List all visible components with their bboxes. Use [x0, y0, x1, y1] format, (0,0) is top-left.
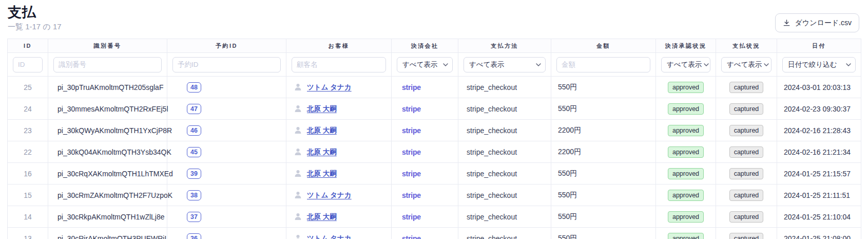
- cell-payment-method: stripe_checkout: [458, 98, 551, 120]
- cell-reservation-id: 45: [167, 141, 286, 163]
- identifier-filter-input[interactable]: [53, 57, 162, 72]
- customer-link[interactable]: 北原 大嗣: [307, 126, 337, 135]
- table-row[interactable]: 25 pi_30pTruAKmoltmQTH205sglaF 48 ツトム タナ…: [8, 77, 861, 98]
- cell-customer: ツトム タナカ: [286, 77, 392, 98]
- table-row[interactable]: 14 pi_30cRkpAKmoltmQTH1wZlLj8e 37 北原 大嗣 …: [8, 206, 861, 228]
- captured-badge: captured: [729, 233, 764, 239]
- column-header-reservation-id[interactable]: 予約ID: [167, 39, 286, 53]
- payment-method-filter-select[interactable]: すべて表示: [464, 57, 546, 72]
- customer-link[interactable]: 北原 大嗣: [307, 148, 337, 157]
- column-header-amount[interactable]: 金額: [551, 39, 656, 53]
- cell-payment-status: captured: [716, 185, 777, 206]
- cell-approval-status: approved: [656, 206, 716, 228]
- approved-badge: approved: [668, 146, 704, 158]
- person-icon: [294, 169, 302, 178]
- chevron-down-icon: [443, 63, 448, 66]
- date-filter-value: 日付で絞り込む: [788, 60, 837, 69]
- captured-badge: captured: [729, 103, 764, 115]
- approval-status-filter-select[interactable]: すべて表示: [661, 57, 710, 72]
- date-filter-select[interactable]: 日付で絞り込む: [782, 57, 856, 72]
- amount-filter-input[interactable]: [556, 57, 650, 72]
- reservation-id-badge[interactable]: 37: [187, 212, 201, 222]
- cell-reservation-id: 48: [167, 77, 286, 98]
- customer-link[interactable]: 北原 大嗣: [307, 212, 337, 222]
- column-header-identifier[interactable]: 識別番号: [48, 39, 167, 53]
- cell-identifier: pi_30cRirAKmoltmQTH3PUEWRiL: [48, 228, 167, 239]
- customer-link[interactable]: 北原 大嗣: [307, 104, 337, 114]
- reservation-id-badge[interactable]: 48: [187, 82, 201, 93]
- stripe-logo-text: stripe: [402, 213, 421, 221]
- table-row[interactable]: 16 pi_30cRqXAKmoltmQTH1LhTMXEd 39 北原 大嗣 …: [8, 163, 861, 185]
- cell-amount: 550円: [551, 206, 656, 228]
- cell-customer: 北原 大嗣: [286, 120, 392, 141]
- cell-approval-status: approved: [656, 163, 716, 185]
- approval-status-filter-value: すべて表示: [667, 60, 702, 69]
- cell-customer: 北原 大嗣: [286, 206, 392, 228]
- table-row[interactable]: 13 pi_30cRirAKmoltmQTH3PUEWRiL 36 ツトム タナ…: [8, 228, 861, 239]
- id-filter-input[interactable]: [13, 57, 43, 72]
- column-header-customer[interactable]: お客様: [286, 39, 392, 53]
- column-header-payment-status[interactable]: 支払状況: [716, 39, 777, 53]
- reservation-id-badge[interactable]: 36: [187, 233, 201, 239]
- page-header: 支払 一覧 1-17 の 17 ダウンロード.csv: [0, 0, 868, 32]
- reservation-id-badge[interactable]: 39: [187, 169, 201, 179]
- cell-id: 22: [8, 141, 48, 163]
- cell-date: 2024-01-25 21:11:51: [777, 185, 861, 206]
- customer-filter-input[interactable]: [292, 57, 386, 72]
- column-header-payment-method[interactable]: 支払方法: [458, 39, 551, 53]
- cell-reservation-id: 39: [167, 163, 286, 185]
- payment-status-filter-value: すべて表示: [727, 60, 762, 69]
- table-row[interactable]: 15 pi_30cRmZAKmoltmQTH2F7UzpoK 38 ツトム タナ…: [8, 185, 861, 206]
- pagination-summary: 一覧 1-17 の 17: [8, 22, 860, 32]
- cell-id: 25: [8, 77, 48, 98]
- approved-badge: approved: [668, 233, 704, 239]
- reservation-id-badge[interactable]: 47: [187, 104, 201, 114]
- customer-link[interactable]: ツトム タナカ: [307, 234, 352, 239]
- person-icon: [294, 83, 302, 91]
- download-csv-button[interactable]: ダウンロード.csv: [775, 13, 859, 32]
- reservation-id-badge[interactable]: 46: [187, 125, 201, 136]
- cell-payment-method: stripe_checkout: [458, 228, 551, 239]
- cell-reservation-id: 36: [167, 228, 286, 239]
- table-row[interactable]: 24 pi_30mmesAKmoltmQTH2RxFEj5l 47 北原 大嗣 …: [8, 98, 861, 120]
- cell-payment-status: captured: [716, 98, 777, 120]
- customer-link[interactable]: ツトム タナカ: [307, 191, 352, 200]
- payment-company-filter-select[interactable]: すべて表示: [397, 57, 453, 72]
- customer-link[interactable]: ツトム タナカ: [307, 83, 352, 92]
- table-row[interactable]: 23 pi_30kQWyAKmoltmQTH1YxCjP8R 46 北原 大嗣 …: [8, 120, 861, 141]
- cell-customer: ツトム タナカ: [286, 228, 392, 239]
- payment-status-filter-select[interactable]: すべて表示: [721, 57, 771, 72]
- reservation-id-filter-input[interactable]: [172, 57, 281, 72]
- captured-badge: captured: [729, 190, 764, 201]
- cell-customer: 北原 大嗣: [286, 141, 392, 163]
- cell-date: 2024-01-25 21:08:00: [777, 228, 861, 239]
- cell-identifier: pi_30cRmZAKmoltmQTH2F7UzpoK: [48, 185, 167, 206]
- cell-id: 23: [8, 120, 48, 141]
- approved-badge: approved: [668, 190, 704, 201]
- cell-payment-company: stripe: [392, 163, 458, 185]
- captured-badge: captured: [729, 211, 764, 223]
- table-row[interactable]: 22 pi_30kQ04AKmoltmQTH3Ysb34QK 45 北原 大嗣 …: [8, 141, 861, 163]
- approved-badge: approved: [668, 82, 704, 93]
- column-header-id[interactable]: ID: [8, 39, 48, 53]
- column-header-payment-company[interactable]: 決済会社: [392, 39, 458, 53]
- stripe-logo-text: stripe: [402, 234, 421, 239]
- cell-approval-status: approved: [656, 98, 716, 120]
- reservation-id-badge[interactable]: 45: [187, 147, 201, 157]
- reservation-id-badge[interactable]: 38: [187, 190, 201, 200]
- column-header-date[interactable]: 日付: [777, 39, 861, 53]
- approved-badge: approved: [668, 168, 704, 179]
- cell-identifier: pi_30cRkpAKmoltmQTH1wZlLj8e: [48, 206, 167, 228]
- page-title: 支払: [8, 4, 860, 21]
- column-header-approval-status[interactable]: 決済承認状況: [656, 39, 716, 53]
- customer-link[interactable]: 北原 大嗣: [307, 169, 337, 178]
- cell-date: 2024-02-16 21:28:43: [777, 120, 861, 141]
- cell-payment-company: stripe: [392, 185, 458, 206]
- approved-badge: approved: [668, 125, 704, 136]
- person-icon: [294, 104, 302, 113]
- payments-table: ID 識別番号 予約ID お客様 決済会社 支払方法 金額 決済承認状況 支払状…: [7, 39, 861, 239]
- cell-payment-status: captured: [716, 163, 777, 185]
- cell-identifier: pi_30pTruAKmoltmQTH205sglaF: [48, 77, 167, 98]
- cell-payment-company: stripe: [392, 120, 458, 141]
- chevron-down-icon: [764, 63, 769, 66]
